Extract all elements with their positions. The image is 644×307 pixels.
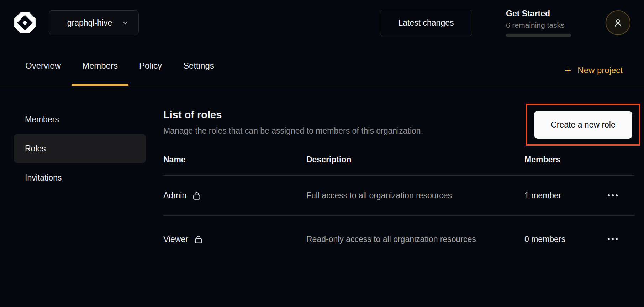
get-started-subtitle: 6 remaining tasks [506,21,571,29]
user-icon [612,17,624,29]
get-started-progress-bar [506,34,571,37]
ellipsis-menu-button[interactable] [604,235,621,244]
new-project-button[interactable]: New project [563,65,623,75]
members-sidebar: Members Roles Invitations [0,86,146,263]
tab-settings[interactable]: Settings [173,45,225,86]
column-header-name: Name [163,155,306,165]
create-new-role-button[interactable]: Create a new role [534,111,632,139]
column-header-description: Description [306,155,524,165]
new-project-label: New project [577,65,623,75]
role-name: Admin [163,191,186,200]
get-started-widget[interactable]: Get Started 6 remaining tasks [506,9,571,37]
annotation-highlight: Create a new role [526,104,640,146]
plus-icon [563,66,572,75]
latest-changes-button[interactable]: Latest changes [380,10,472,36]
column-header-members: Members [524,155,591,165]
role-members-count: 1 member [524,191,591,200]
role-name-cell: Admin [163,191,306,200]
table-row-viewer[interactable]: Viewer Read-only access to all organizat… [163,215,634,263]
tabbar-spacer [225,45,563,86]
organization-selector[interactable]: graphql-hive [49,10,139,35]
get-started-title: Get Started [506,9,571,18]
lock-icon [194,235,203,244]
role-actions-cell [591,191,634,200]
lock-icon [192,191,201,200]
sidebar-item-invitations[interactable]: Invitations [14,163,146,192]
role-name: Viewer [163,235,188,244]
sidebar-item-members[interactable]: Members [14,105,146,134]
ellipsis-menu-button[interactable] [604,191,621,200]
tab-members[interactable]: Members [72,45,128,86]
hive-logo-icon [13,11,37,34]
tab-policy[interactable]: Policy [128,45,173,86]
tab-overview[interactable]: Overview [15,45,72,86]
content-area: Members Roles Invitations List of roles … [0,86,644,263]
role-name-cell: Viewer [163,235,306,244]
org-tab-bar: Overview Members Policy Settings New pro… [0,45,644,86]
roles-table: Name Description Members Admin Full acce… [163,144,634,263]
user-avatar[interactable] [606,10,630,35]
sidebar-item-roles[interactable]: Roles [14,134,146,163]
role-members-count: 0 members [524,235,591,244]
top-bar: graphql-hive Latest changes Get Started … [0,0,644,45]
organization-name: graphql-hive [59,18,121,28]
role-actions-cell [591,235,634,244]
chevron-down-icon [121,18,130,27]
table-row-admin[interactable]: Admin Full access to all organization re… [163,175,634,215]
role-description: Read-only access to all organization res… [306,232,484,246]
role-description: Full access to all organization resource… [306,188,484,203]
table-header-row: Name Description Members [163,144,634,175]
